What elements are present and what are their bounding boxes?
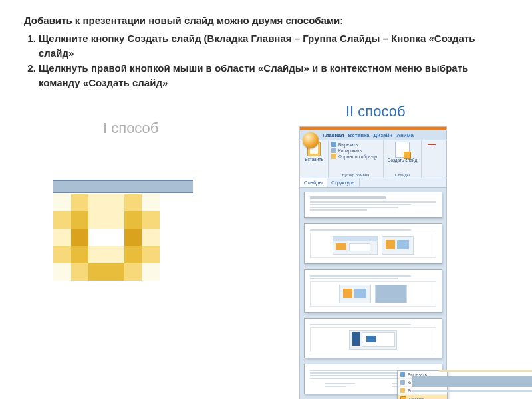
- step-2: Щелкнуть правой кнопкой мыши в области «…: [39, 61, 508, 91]
- new-slide-label: Создать слайд: [388, 158, 418, 163]
- slide-thumbnail[interactable]: [304, 223, 442, 264]
- slides-pane-tabs: Слайды Структура: [300, 178, 446, 188]
- pane-tab-outline[interactable]: Структура: [327, 178, 360, 187]
- delete-slide-button[interactable]: [422, 140, 442, 178]
- method-1-label: I способ: [103, 120, 158, 137]
- delete-icon: [428, 144, 436, 145]
- scissors-icon: [400, 372, 405, 377]
- clipboard-icon: [400, 388, 405, 393]
- decorative-stripes: [412, 370, 532, 392]
- mosaic-pattern: [53, 194, 160, 281]
- slide-thumbnail[interactable]: [304, 269, 442, 313]
- tab-design[interactable]: Дизайн: [374, 132, 393, 138]
- slides-group-caption: Слайды: [384, 173, 421, 177]
- new-slide-icon: [395, 142, 410, 158]
- copy-button[interactable]: Копировать: [331, 148, 380, 153]
- step-1: Щелкните кнопку Создать слайд (Вкладка Г…: [39, 31, 508, 61]
- slide-thumbnail[interactable]: [304, 318, 442, 358]
- method-2-label: II способ: [346, 103, 406, 120]
- ctx-new-slide[interactable]: Создать: [398, 395, 447, 399]
- tab-home[interactable]: Главная: [323, 132, 344, 138]
- intro-text: Добавить к презентации новый слайд можно…: [24, 13, 508, 29]
- slides-pane[interactable]: Вырезать Копировать Вставить Создать: [300, 188, 446, 399]
- clipboard-group-caption: Буфер обмена: [329, 173, 383, 177]
- slide-thumbnail[interactable]: [304, 192, 442, 218]
- paste-label: Вставить: [305, 157, 323, 162]
- brush-icon: [331, 154, 336, 159]
- method-2-screenshot: Главная Вставка Дизайн Анима Вставить Вы…: [299, 126, 447, 399]
- new-slide-icon: [400, 396, 406, 399]
- steps-list: Щелкните кнопку Создать слайд (Вкладка Г…: [24, 31, 508, 91]
- format-painter-button[interactable]: Формат по образцу: [331, 154, 380, 159]
- pane-tab-slides[interactable]: Слайды: [300, 178, 327, 187]
- new-slide-button[interactable]: Создать слайд Слайды: [384, 140, 422, 178]
- cut-button[interactable]: Вырезать: [331, 142, 380, 147]
- office-button-icon[interactable]: [303, 132, 319, 148]
- scissors-icon: [331, 142, 336, 147]
- copy-icon: [400, 380, 405, 385]
- tab-animation[interactable]: Анима: [396, 132, 414, 138]
- tab-insert[interactable]: Вставка: [348, 132, 370, 138]
- copy-icon: [331, 148, 336, 153]
- ribbon-tabs: Главная Вставка Дизайн Анима: [300, 130, 446, 140]
- method-1-image: [53, 180, 193, 281]
